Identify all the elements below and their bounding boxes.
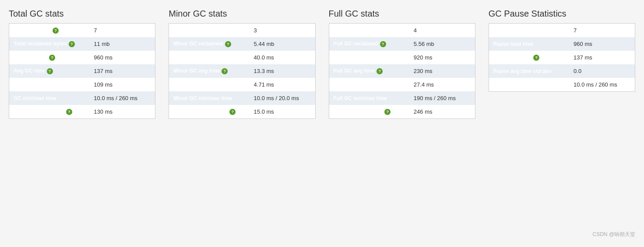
row-label: Pause avg time std dev [489,64,569,78]
table-row: Full GC avg time?230 ms [329,64,475,78]
help-icon[interactable]: ? [66,109,72,115]
row-value: 130 ms [89,105,155,119]
row-label: Full GC Interval avg? [329,105,409,119]
section-title-total-gc: Total GC stats [9,9,155,19]
help-icon[interactable]: ? [377,68,383,74]
table-row: GC avg time std dev109 ms [9,78,155,91]
row-value: 246 ms [409,105,475,119]
table-row: Full GC reclaimed?5.56 mb [329,37,475,51]
row-label: Total GC time? [9,51,90,64]
section-gc-pause: GC Pause StatisticsPause Count7Pause tot… [489,9,635,119]
table-row: Total reclaimed bytes?11 mb [9,37,155,51]
section-title-gc-pause: GC Pause Statistics [489,9,635,19]
row-label: GC min/max time [9,91,90,105]
row-value: 7 [569,24,635,38]
table-row: Minor GC reclaimed?5.44 mb [169,37,315,51]
row-label: Minor GC avg time? [169,64,250,78]
table-row: Pause avg time?137 ms [489,51,635,64]
section-full-gc: Full GC statsFull GC Count4Full GC recla… [329,9,475,119]
section-title-full-gc: Full GC stats [329,9,475,19]
row-value: 137 ms [89,64,155,78]
help-icon[interactable]: ? [384,109,391,115]
help-icon[interactable]: ? [69,41,75,47]
row-label: Avg GC time? [9,64,90,78]
row-value: 10.0 ms / 260 ms [89,91,155,105]
dashboard: Total GC statsTotal GC count?7Total recl… [9,9,635,119]
row-value: 190 ms / 260 ms [409,91,475,105]
stats-table-full-gc: Full GC Count4Full GC reclaimed?5.56 mbF… [329,23,475,119]
row-label: Pause min/max time [489,78,569,92]
row-value: 137 ms [569,51,635,64]
row-label: Minor GC avg time std dev [169,78,250,91]
row-label: Minor GC count [169,24,250,38]
row-value: 4 [409,24,475,38]
row-label: Total reclaimed bytes? [9,37,90,51]
help-icon[interactable]: ? [225,41,231,47]
help-icon[interactable]: ? [222,68,228,74]
row-value: 4.71 ms [250,78,315,91]
row-value: 13.3 ms [250,64,315,78]
table-row: Full GC Interval avg?246 ms [329,105,475,119]
table-row: Total GC time?960 ms [9,51,155,64]
row-label: Full GC avg time std dev [329,78,409,91]
table-row: Total GC count?7 [9,24,155,38]
table-row: Minor GC count3 [169,24,315,38]
row-label: Full GC Count [329,24,409,38]
row-value: 960 ms [89,51,155,64]
row-value: 3 [250,24,315,38]
stats-table-gc-pause: Pause Count7Pause total time960 msPause … [489,23,635,92]
help-icon[interactable]: ? [49,55,55,61]
help-icon[interactable]: ? [380,41,386,47]
table-row: Full GC total time920 ms [329,51,475,64]
table-row: Full GC avg time std dev27.4 ms [329,78,475,91]
table-row: Avg GC time?137 ms [9,64,155,78]
table-row: Minor GC Interval avg?15.0 ms [169,105,315,119]
table-row: Minor GC avg time std dev4.71 ms [169,78,315,91]
row-value: 27.4 ms [409,78,475,91]
table-row: Minor GC min/max time10.0 ms / 20.0 ms [169,91,315,105]
row-value: 40.0 ms [250,51,315,64]
table-row: Pause Count7 [489,24,635,38]
stats-table-minor-gc: Minor GC count3Minor GC reclaimed?5.44 m… [169,23,315,119]
row-value: 5.44 mb [250,37,315,51]
stats-table-total-gc: Total GC count?7Total reclaimed bytes?11… [9,23,155,119]
table-row: Minor GC total time40.0 ms [169,51,315,64]
section-title-minor-gc: Minor GC stats [169,9,315,19]
section-minor-gc: Minor GC statsMinor GC count3Minor GC re… [169,9,315,119]
table-row: Pause avg time std dev0.0 [489,64,635,78]
help-icon[interactable]: ? [53,28,59,34]
row-label: Total GC count? [9,24,90,38]
row-label: Minor GC Interval avg? [169,105,250,119]
table-row: Full GC Count4 [329,24,475,38]
row-label: Pause total time [489,37,569,51]
row-value: 10.0 ms / 20.0 ms [250,91,315,105]
row-label: Full GC reclaimed? [329,37,409,51]
help-icon[interactable]: ? [47,68,53,74]
help-icon[interactable]: ? [533,55,539,61]
table-row: Pause total time960 ms [489,37,635,51]
row-value: 7 [89,24,155,38]
table-row: Pause min/max time10.0 ms / 260 ms [489,78,635,92]
row-value: 920 ms [409,51,475,64]
row-label: GC Interval avg time? [9,105,90,119]
row-value: 109 ms [89,78,155,91]
help-icon[interactable]: ? [229,109,236,115]
row-label: Minor GC min/max time [169,91,250,105]
row-value: 15.0 ms [250,105,315,119]
row-label: Pause avg time? [489,51,569,64]
row-value: 11 mb [89,37,155,51]
table-row: Minor GC avg time?13.3 ms [169,64,315,78]
row-label: Full GC min/max time [329,91,409,105]
row-label: Minor GC total time [169,51,250,64]
row-label: Full GC total time [329,51,409,64]
row-value: 230 ms [409,64,475,78]
row-label: Full GC avg time? [329,64,409,78]
row-label: Minor GC reclaimed? [169,37,250,51]
table-row: GC min/max time10.0 ms / 260 ms [9,91,155,105]
row-value: 960 ms [569,37,635,51]
row-value: 5.56 mb [409,37,475,51]
section-total-gc: Total GC statsTotal GC count?7Total recl… [9,9,155,119]
table-row: GC Interval avg time?130 ms [9,105,155,119]
row-value: 0.0 [569,64,635,78]
row-label: GC avg time std dev [9,78,90,91]
